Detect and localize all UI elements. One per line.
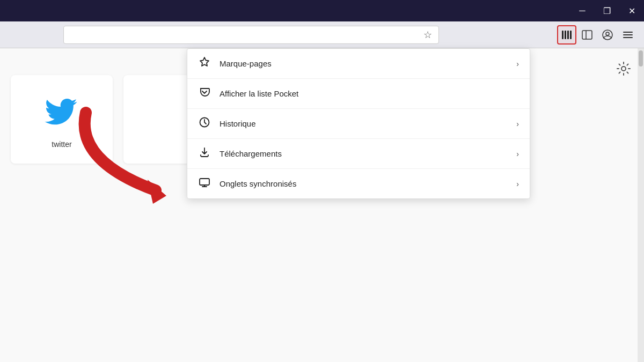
titlebar: ─ ❐ ✕ <box>0 0 644 21</box>
downloads-chevron: › <box>516 150 519 158</box>
browser-chrome: ☆ <box>0 21 644 48</box>
bookmark-star-icon[interactable]: ☆ <box>423 29 432 41</box>
menu-item-history[interactable]: Historique › <box>187 109 530 139</box>
history-chevron: › <box>516 120 519 128</box>
hamburger-icon <box>622 29 634 41</box>
synced-tabs-label: Onglets synchronisés <box>219 179 508 188</box>
restore-button[interactable]: ❐ <box>595 0 619 21</box>
close-button[interactable]: ✕ <box>619 0 644 21</box>
dropdown-menu: Marque-pages › Afficher la liste Pocket … <box>187 48 530 199</box>
svg-rect-3 <box>570 31 572 39</box>
pocket-label: Afficher la liste Pocket <box>219 89 519 98</box>
svg-rect-1 <box>565 31 566 39</box>
svg-rect-4 <box>582 31 592 39</box>
account-icon <box>602 29 613 41</box>
minimize-button[interactable]: ─ <box>570 0 595 21</box>
history-label: Historique <box>219 119 508 128</box>
address-bar[interactable]: ☆ <box>63 26 439 44</box>
menu-button[interactable] <box>618 25 638 45</box>
account-button[interactable] <box>598 25 617 45</box>
menu-item-downloads[interactable]: Téléchargements › <box>187 139 530 169</box>
settings-button[interactable] <box>614 59 633 78</box>
svg-rect-14 <box>200 179 209 185</box>
svg-point-7 <box>606 32 609 35</box>
downloads-icon <box>198 146 211 161</box>
downloads-label: Téléchargements <box>219 149 508 158</box>
menu-item-pocket[interactable]: Afficher la liste Pocket <box>187 79 530 109</box>
menu-item-synced-tabs[interactable]: Onglets synchronisés › <box>187 169 530 198</box>
svg-point-11 <box>621 67 626 71</box>
menu-item-bookmarks[interactable]: Marque-pages › <box>187 49 530 79</box>
scrollbar-thumb <box>639 50 643 67</box>
main-content: twitter Marque-pages › <box>0 48 644 362</box>
scrollbar[interactable] <box>638 48 644 362</box>
window-controls: ─ ❐ ✕ <box>570 0 644 21</box>
sidebar-icon <box>581 29 593 41</box>
gear-icon <box>616 61 631 76</box>
svg-rect-0 <box>562 31 564 39</box>
shortcut-label-twitter: twitter <box>52 140 71 149</box>
sidebar-button[interactable] <box>577 25 597 45</box>
twitter-logo <box>40 91 83 134</box>
synced-tabs-chevron: › <box>516 180 519 188</box>
history-icon <box>198 116 211 131</box>
bookmarks-label: Marque-pages <box>219 59 508 68</box>
bookmarks-icon <box>198 56 211 71</box>
pocket-icon <box>198 86 211 101</box>
synced-tabs-icon <box>198 176 211 191</box>
library-icon <box>561 29 573 41</box>
library-button[interactable] <box>557 25 576 45</box>
toolbar-right <box>557 25 638 45</box>
shortcut-tile-twitter[interactable]: twitter <box>11 75 113 164</box>
svg-rect-2 <box>567 31 569 39</box>
right-panel <box>614 59 633 78</box>
bookmarks-chevron: › <box>516 60 519 68</box>
